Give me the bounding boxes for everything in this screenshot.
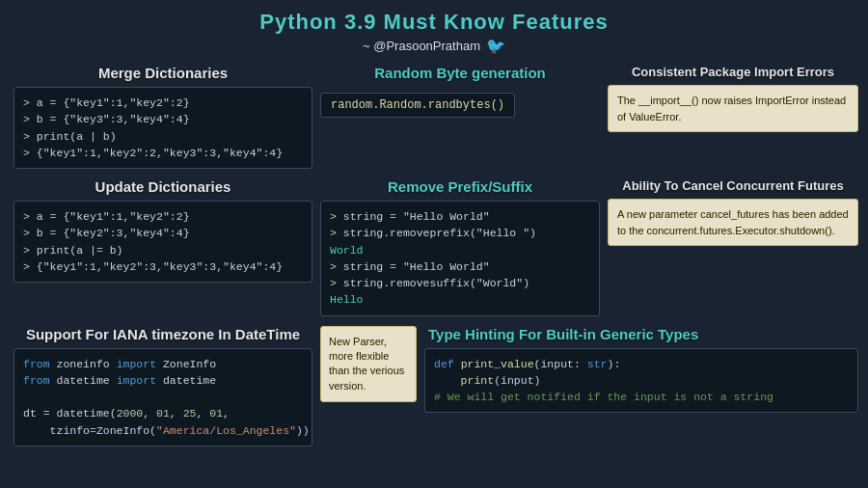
merge-dict-section: Merge Dictionaries > a = {"key1":1,"key2… [14,65,312,169]
update-dict-section: Update Dictionaries > a = {"key1":1,"key… [14,178,312,316]
consistent-pkg-title: Consistent Package Import Errors [608,65,858,79]
merge-dict-code: > a = {"key1":1,"key2":2} > b = {"key3":… [14,87,312,169]
update-dict-code: > a = {"key1":1,"key2":2} > b = {"key2":… [14,201,312,283]
page-title: Python 3.9 Must Know Features [14,10,854,35]
cancel-concurrent-title: Ability To Cancel Concurrent Futures [608,178,858,193]
page-subtitle: ~ @PrasoonPratham 🐦 [14,37,854,55]
new-parser-box: New Parser, more flexible than the verio… [320,326,417,403]
cancel-concurrent-section: Ability To Cancel Concurrent Futures A n… [608,178,858,316]
cancel-concurrent-desc: A new parameter cancel_futures has been … [608,199,858,246]
twitter-icon: 🐦 [486,37,505,55]
type-hinting-title: Type Hinting For Built-in Generic Types [428,326,858,342]
subtitle-text: ~ @PrasoonPratham [363,39,480,53]
consistent-pkg-desc: The __import__() now raises ImportError … [608,85,858,132]
random-byte-section: Random Byte generation random.Random.ran… [320,65,600,169]
random-byte-title: Random Byte generation [320,65,600,81]
type-hinting-section: Type Hinting For Built-in Generic Types … [424,326,858,414]
merge-dict-title: Merge Dictionaries [14,65,312,81]
new-parser-text: New Parser, more flexible than the verio… [329,336,404,392]
iana-timezone-code: from zoneinfo import ZoneInfo from datet… [14,348,312,447]
remove-prefix-section: Remove Prefix/Suffix > string = "Hello W… [320,178,600,316]
remove-prefix-title: Remove Prefix/Suffix [320,178,600,195]
remove-prefix-code: > string = "Hello World" > string.remove… [320,201,600,316]
type-hinting-code: def print_value(input: str): print(input… [424,348,858,414]
iana-timezone-title: Support For IANA timezone In DateTime [14,326,312,342]
bottom-right-section: New Parser, more flexible than the verio… [320,326,858,447]
iana-timezone-section: Support For IANA timezone In DateTime fr… [14,326,312,447]
random-byte-code: random.Random.randbytes() [320,93,515,118]
consistent-pkg-section: Consistent Package Import Errors The __i… [608,65,858,169]
page-wrapper: Python 3.9 Must Know Features ~ @Prasoon… [0,0,868,488]
main-grid: Merge Dictionaries > a = {"key1":1,"key2… [14,65,854,447]
update-dict-title: Update Dictionaries [14,178,312,195]
